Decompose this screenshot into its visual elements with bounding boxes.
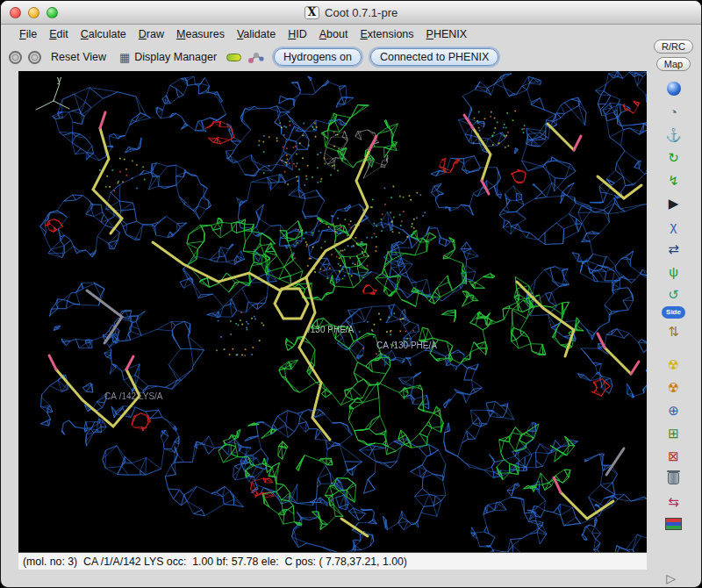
display-manager-button[interactable]: ▦ Display Manager	[116, 49, 220, 65]
record-icon-2[interactable]	[28, 51, 41, 64]
menu-phenix[interactable]: PHENIX	[420, 26, 474, 42]
titlebar[interactable]: X Coot 0.7.1-pre	[1, 1, 701, 25]
globe-icon[interactable]: ◔	[663, 101, 685, 122]
window-title-text: Coot 0.7.1-pre	[325, 6, 398, 19]
close-button[interactable]	[10, 7, 21, 18]
regularize-icon[interactable]: ↯	[663, 169, 685, 190]
status-text: (mol. no: 3) CA /1/A/142 LYS occ: 1.00 b…	[23, 556, 407, 568]
clear-pending-icon[interactable]: ⊠	[663, 445, 685, 466]
rrc-button[interactable]: R/RC	[654, 39, 693, 54]
menubar: FileEditCalculateDrawMeasuresValidateHID…	[1, 25, 701, 43]
chi-angles-icon[interactable]: χ	[663, 215, 685, 236]
anchor-icon[interactable]: ⚓	[663, 124, 685, 145]
console-toggle-icon[interactable]: ▷	[666, 572, 676, 584]
menu-file[interactable]: File	[13, 26, 43, 42]
flag-icon[interactable]	[663, 513, 685, 534]
rotamer-icon[interactable]: ψ	[663, 261, 685, 282]
sidechain-flip-icon[interactable]: Side	[662, 306, 685, 319]
right-panel: R/RC Map ◔⚓↻↯▶χ⇄ψ↺Side⇅☢☢⊕⊞⊠⇆	[648, 39, 699, 552]
menu-hid[interactable]: HID	[282, 26, 313, 42]
sphere-icon[interactable]	[663, 78, 685, 99]
hydrogens-toggle-button[interactable]: Hydrogens on	[274, 48, 362, 66]
mutate-icon[interactable]: ☢	[663, 354, 685, 375]
display-manager-label: Display Manager	[134, 51, 217, 63]
add-alt-conf-icon[interactable]: ⊞	[663, 422, 685, 443]
jed-flip-icon[interactable]: ⇅	[663, 320, 685, 341]
go-to-ligand-icon[interactable]	[226, 54, 241, 61]
window-title: X Coot 0.7.1-pre	[304, 6, 398, 19]
record-icon-1[interactable]	[9, 51, 22, 64]
map-button[interactable]: Map	[656, 57, 691, 71]
toolbar: Reset View ▦ Display Manager Hydrogens o…	[1, 43, 498, 71]
phenix-connection-button[interactable]: Connected to PHENIX	[370, 48, 498, 66]
reset-view-button[interactable]: Reset View	[47, 49, 110, 65]
zoom-button[interactable]	[47, 7, 58, 18]
display-manager-icon: ▦	[119, 52, 130, 63]
mutate-autofit-icon[interactable]: ☢	[663, 376, 685, 398]
menu-extensions[interactable]: Extensions	[354, 26, 419, 42]
minimize-button[interactable]	[28, 7, 39, 18]
add-terminal-residue-icon[interactable]: ⊕	[663, 399, 685, 420]
menu-about[interactable]: About	[313, 26, 355, 42]
real-space-refine-icon[interactable]: ↻	[663, 147, 685, 168]
menu-draw[interactable]: Draw	[133, 26, 170, 42]
x11-icon: X	[304, 6, 319, 19]
traffic-lights	[10, 7, 58, 18]
coot-window: X Coot 0.7.1-pre FileEditCalculateDrawMe…	[0, 0, 702, 588]
play-icon[interactable]: ▶	[663, 192, 685, 213]
torsion-icon[interactable]: ↺	[663, 283, 685, 305]
menu-validate[interactable]: Validate	[231, 26, 282, 42]
swap-icon[interactable]: ⇆	[663, 491, 685, 512]
menu-calculate[interactable]: Calculate	[75, 26, 133, 42]
go-to-atom-icon[interactable]	[247, 51, 265, 64]
menu-edit[interactable]: Edit	[43, 26, 75, 42]
flip-icon[interactable]: ⇄	[663, 238, 685, 259]
viewport-frame	[18, 71, 647, 552]
molecular-viewport[interactable]	[18, 71, 647, 552]
footer: ▷	[1, 570, 701, 587]
modelling-toolbar: ◔⚓↻↯▶χ⇄ψ↺Side⇅☢☢⊕⊞⊠⇆	[662, 78, 685, 534]
menu-measures[interactable]: Measures	[170, 26, 231, 42]
status-bar: (mol. no: 3) CA /1/A/142 LYS occ: 1.00 b…	[18, 552, 647, 570]
delete-icon[interactable]	[663, 468, 685, 489]
